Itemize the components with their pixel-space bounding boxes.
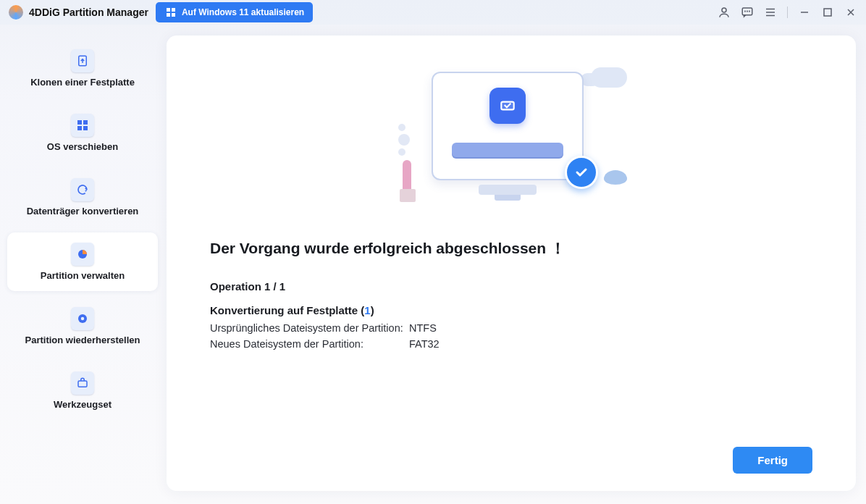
plant-graphic [395, 159, 417, 202]
svg-point-4 [722, 8, 726, 12]
content: Klonen einer Festplatte OS verschieben D… [0, 25, 866, 504]
cloud-icon [591, 67, 627, 88]
sidebar-item-migrate-os[interactable]: OS verschieben [7, 104, 158, 162]
monitor-graphic [432, 72, 584, 180]
sidebar-item-label: OS verschieben [13, 141, 152, 152]
sidebar-item-label: Partition verwalten [13, 270, 152, 281]
close-button[interactable] [844, 6, 857, 19]
sidebar: Klonen einer Festplatte OS verschieben D… [0, 25, 165, 504]
svg-rect-11 [77, 120, 82, 125]
svg-rect-3 [172, 13, 175, 17]
svg-rect-12 [83, 120, 88, 125]
migrate-os-icon [71, 114, 94, 137]
drive-icon [489, 88, 526, 124]
minimize-button[interactable] [798, 6, 811, 19]
sidebar-item-recover-partition[interactable]: Partition wiederherstellen [7, 297, 158, 356]
update-windows-button[interactable]: Auf Windows 11 aktualisieren [156, 2, 313, 22]
checkmark-badge-icon [565, 156, 598, 189]
convert-disk-icon [71, 178, 94, 201]
svg-point-6 [745, 11, 746, 12]
detail-value: FAT32 [409, 337, 440, 353]
svg-rect-18 [78, 381, 87, 387]
maximize-button[interactable] [821, 6, 834, 19]
sidebar-item-label: Klonen einer Festplatte [13, 77, 152, 88]
success-title: Der Vorgang wurde erfolgreich abgeschlos… [210, 238, 812, 259]
detail-value: NTFS [409, 321, 437, 337]
app-title: 4DDiG Partition Manager [29, 7, 148, 18]
main-panel: Der Vorgang wurde erfolgreich abgeschlos… [167, 35, 856, 491]
windows-icon [164, 6, 177, 19]
sidebar-item-manage-partition[interactable]: Partition verwalten [7, 232, 158, 291]
sidebar-item-clone-disk[interactable]: Klonen einer Festplatte [7, 39, 158, 98]
sidebar-item-label: Werkzeugset [13, 399, 152, 410]
progress-bar-graphic [452, 143, 563, 159]
sidebar-item-convert-disk[interactable]: Datenträger konvertieren [7, 168, 158, 227]
sidebar-item-label: Datenträger konvertieren [13, 206, 152, 217]
detail-label: Ursprüngliches Dateisystem der Partition… [210, 321, 409, 337]
svg-rect-0 [167, 8, 170, 12]
detail-row: Neues Dateisystem der Partition: FAT32 [210, 337, 812, 353]
operation-heading: Operation 1 / 1 [210, 280, 812, 293]
titlebar-divider [787, 7, 788, 18]
finish-button[interactable]: Fertig [733, 447, 812, 474]
finish-button-label: Fertig [757, 454, 788, 466]
sidebar-item-label: Partition wiederherstellen [13, 335, 152, 345]
feedback-icon[interactable] [741, 6, 754, 19]
svg-rect-13 [77, 126, 82, 130]
manage-partition-icon [71, 243, 94, 266]
recover-partition-icon [71, 307, 94, 330]
conversion-prefix: Konvertierung auf Festplatte ( [210, 304, 364, 316]
app-logo-icon [9, 5, 23, 20]
clone-icon [71, 49, 94, 72]
detail-label: Neues Dateisystem der Partition: [210, 337, 409, 353]
svg-point-17 [81, 317, 85, 321]
svg-point-7 [747, 11, 748, 12]
bird-graphic [604, 170, 627, 185]
sidebar-item-toolkit[interactable]: Werkzeugset [7, 361, 158, 420]
svg-rect-2 [167, 13, 170, 17]
detail-row: Ursprüngliches Dateisystem der Partition… [210, 321, 812, 337]
svg-rect-14 [83, 126, 88, 130]
update-windows-label: Auf Windows 11 aktualisieren [182, 7, 304, 17]
account-icon[interactable] [718, 6, 731, 19]
svg-rect-9 [824, 9, 831, 16]
titlebar-right [718, 6, 857, 19]
titlebar: 4DDiG Partition Manager Auf Windows 11 a… [0, 0, 866, 25]
toolkit-icon [71, 371, 94, 395]
conversion-suffix: ) [371, 304, 374, 316]
success-illustration [388, 64, 634, 217]
svg-point-8 [749, 11, 750, 12]
menu-icon[interactable] [764, 6, 777, 19]
svg-rect-1 [172, 8, 175, 12]
conversion-heading: Konvertierung auf Festplatte (1) [210, 304, 812, 316]
conversion-disk-number: 1 [364, 304, 370, 316]
decoration-dots [398, 121, 410, 159]
